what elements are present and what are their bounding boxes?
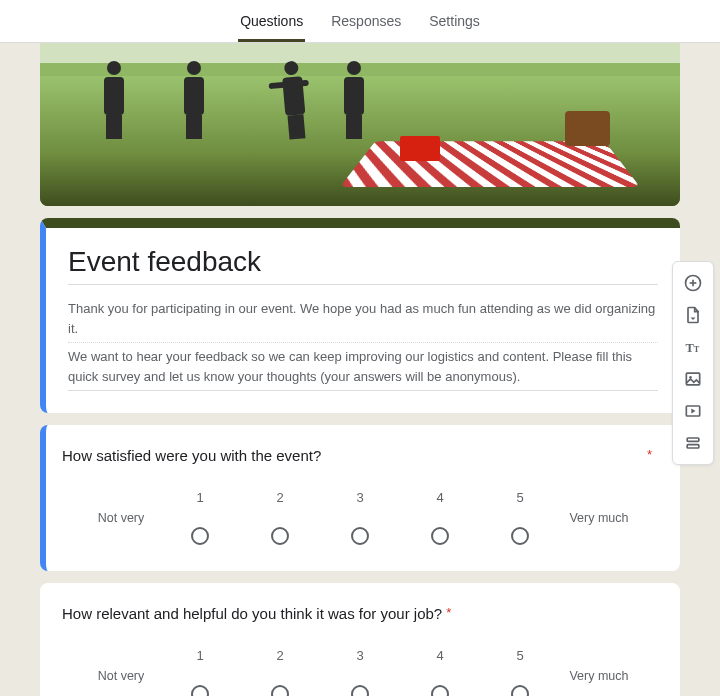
radio-icon[interactable] [431,685,449,696]
radio-icon[interactable] [191,527,209,545]
scale-low-label: Not very [82,511,160,525]
plus-circle-icon [683,273,703,293]
radio-icon[interactable] [431,527,449,545]
add-section-button[interactable] [677,428,709,458]
question-toolbar: TT [672,261,714,465]
radio-icon[interactable] [271,685,289,696]
image-icon [683,369,703,389]
scale-option-2[interactable]: 2 [240,648,320,696]
import-icon [683,305,703,325]
form-title[interactable]: Event feedback [68,246,658,285]
scale-option-5[interactable]: 5 [480,490,560,545]
tab-settings[interactable]: Settings [427,1,482,42]
scale-option-1[interactable]: 1 [160,648,240,696]
radio-icon[interactable] [351,685,369,696]
radio-icon[interactable] [191,685,209,696]
scale-low-label: Not very [82,669,160,683]
scale-option-5[interactable]: 5 [480,648,560,696]
scale-option-4[interactable]: 4 [400,490,480,545]
required-indicator: * [446,605,451,620]
scale-option-4[interactable]: 4 [400,648,480,696]
video-icon [683,401,703,421]
add-question-button[interactable] [677,268,709,298]
tab-responses[interactable]: Responses [329,1,403,42]
scale-option-3[interactable]: 3 [320,490,400,545]
scale-high-label: Very much [560,669,638,683]
add-title-button[interactable]: TT [677,332,709,362]
scale-option-3[interactable]: 3 [320,648,400,696]
svg-rect-9 [687,445,699,448]
section-icon [683,433,703,453]
question-title[interactable]: How satisfied were you with the event? [62,447,658,464]
question-card-1[interactable]: How satisfied were you with the event? *… [40,425,680,571]
radio-icon[interactable] [511,685,529,696]
form-description[interactable]: Thank you for participating in our event… [68,295,658,391]
tab-questions[interactable]: Questions [238,1,305,42]
scale-high-label: Very much [560,511,638,525]
svg-rect-5 [686,373,699,385]
svg-rect-8 [687,438,699,441]
linear-scale: Not very 1 2 3 4 5 Very much [62,648,658,696]
radio-icon[interactable] [351,527,369,545]
form-banner-image[interactable] [40,43,680,206]
form-header-card[interactable]: Event feedback Thank you for participati… [40,218,680,413]
radio-icon[interactable] [271,527,289,545]
question-card-2[interactable]: How relevant and helpful do you think it… [40,583,680,696]
radio-icon[interactable] [511,527,529,545]
required-indicator: * [647,447,652,462]
text-icon: TT [683,337,703,357]
add-video-button[interactable] [677,396,709,426]
svg-text:T: T [694,345,700,354]
form-canvas: Event feedback Thank you for participati… [0,43,720,696]
scale-option-1[interactable]: 1 [160,490,240,545]
import-questions-button[interactable] [677,300,709,330]
scale-option-2[interactable]: 2 [240,490,320,545]
linear-scale: Not very 1 2 3 4 5 Very much [62,490,658,545]
question-title[interactable]: How relevant and helpful do you think it… [62,605,658,622]
add-image-button[interactable] [677,364,709,394]
editor-tabs: Questions Responses Settings [0,0,720,43]
